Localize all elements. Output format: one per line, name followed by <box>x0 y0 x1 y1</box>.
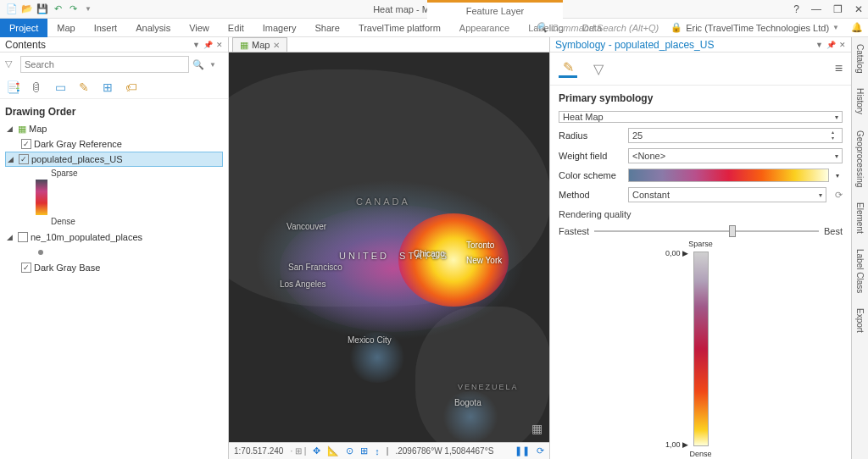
redo-icon[interactable]: ↷ <box>66 3 80 16</box>
refresh-icon[interactable]: ⟳ <box>537 445 544 456</box>
layer-dark-gray-ref[interactable]: ✓ Dark Gray Reference <box>5 136 223 152</box>
caret-icon[interactable]: ◢ <box>7 124 15 133</box>
tool-explore-icon[interactable]: ✥ <box>313 445 320 456</box>
pin-icon[interactable]: 📌 <box>826 41 836 49</box>
command-search[interactable]: 🔍 Command Search (Alt+Q) <box>536 22 659 33</box>
tab-view[interactable]: View <box>180 19 219 37</box>
label-venezuela: VENEZUELA <box>458 383 519 391</box>
close-pane-icon[interactable]: ✕ <box>216 41 223 49</box>
contents-search-input[interactable] <box>20 56 189 73</box>
dropdown-icon[interactable]: ▼ <box>192 41 200 49</box>
list-by-labeling-icon[interactable]: 🏷 <box>124 80 139 95</box>
label-chicago: Chicago <box>414 249 445 258</box>
new-project-icon[interactable]: 📄 <box>5 3 19 16</box>
save-icon[interactable]: 💾 <box>36 3 49 16</box>
side-tab-geoprocessing[interactable]: Geoprocessing <box>855 127 865 191</box>
label-vancouver: Vancouver <box>287 222 326 231</box>
tool-measure-icon[interactable]: 📐 <box>327 445 339 456</box>
user-account[interactable]: 🔒 Eric (TravelTime Technologies Ltd) ▼ <box>670 22 839 33</box>
color-ramp-bar[interactable] <box>693 252 709 446</box>
map-root-node[interactable]: ◢ ▦ Map <box>5 121 223 136</box>
view-tabs: ▦ Map ✕ <box>229 37 549 53</box>
dropdown-icon[interactable]: ▼ <box>815 41 823 49</box>
map-canvas[interactable]: CANADA UNITED STATES Vancouver San Franc… <box>229 53 549 442</box>
side-tab-element[interactable]: Element <box>855 199 865 237</box>
color-scheme-select[interactable] <box>628 169 829 182</box>
tab-appearance[interactable]: Appearance <box>450 19 519 37</box>
weight-field-select[interactable]: <None>▾ <box>628 148 843 163</box>
label-sf: San Francisco <box>288 263 342 272</box>
tab-map[interactable]: Map <box>47 19 84 37</box>
heatmap-legend-gradient <box>36 180 47 215</box>
list-by-drawing-order-icon[interactable]: 📑 <box>5 80 20 95</box>
tool-grid-icon[interactable]: ⊞ <box>360 445 368 456</box>
tool-dynamic-icon[interactable]: ↕ <box>375 446 380 456</box>
minimize-button[interactable]: — <box>811 3 821 15</box>
radius-input[interactable]: 25 ▴▾ <box>628 128 843 143</box>
map-tab[interactable]: ▦ Map ✕ <box>232 37 287 52</box>
tab-analysis[interactable]: Analysis <box>126 19 180 37</box>
list-by-editing-icon[interactable]: ✎ <box>76 80 92 95</box>
side-tab-export[interactable]: Export <box>855 305 865 336</box>
rendering-quality-slider[interactable] <box>594 230 819 232</box>
map-icon: ▦ <box>18 124 26 135</box>
layer-symbol-dot <box>5 245 223 260</box>
tab-traveltime[interactable]: TravelTime platform <box>349 19 450 37</box>
color-scheme-label: Color scheme <box>559 170 625 180</box>
color-ramp-preview: Sparse 0,00▶ 1,00▶ Dense <box>559 252 843 446</box>
filter-icon[interactable]: ▽ <box>5 58 17 70</box>
basemap-icon[interactable]: ▦ <box>531 422 542 435</box>
tick-bottom: 1,00▶ <box>665 440 688 449</box>
checkbox-icon[interactable]: ✓ <box>19 154 29 164</box>
symbology-menu-icon[interactable]: ≡ <box>835 61 843 76</box>
open-icon[interactable]: 📂 <box>20 3 34 16</box>
symbology-primary-tab-icon[interactable]: ✎ <box>559 59 577 78</box>
checkbox-icon[interactable]: ✓ <box>21 263 31 273</box>
drawing-order-title: Drawing Order <box>0 99 228 121</box>
side-tab-history[interactable]: History <box>855 85 865 118</box>
list-by-snapping-icon[interactable]: ⊞ <box>100 80 115 95</box>
caret-icon[interactable]: ◢ <box>8 155 16 163</box>
close-button[interactable]: ✕ <box>854 3 863 15</box>
undo-icon[interactable]: ↶ <box>51 3 64 16</box>
layer-dark-gray-base[interactable]: ✓ Dark Gray Base <box>5 260 223 275</box>
method-select[interactable]: Constant▾ <box>628 187 826 202</box>
qat-dropdown-icon[interactable]: ▼ <box>81 3 95 16</box>
tab-edit[interactable]: Edit <box>219 19 253 37</box>
symbology-vary-tab-icon[interactable]: ▽ <box>589 59 608 78</box>
list-by-selection-icon[interactable]: ▭ <box>53 80 68 95</box>
map-status-bar: 1:70.517.240 · ⊞ | ✥ 📐 ⊙ ⊞ ↕ | .2096786°… <box>229 442 549 459</box>
tool-snap-icon[interactable]: ⊙ <box>346 445 353 456</box>
spinner-icon[interactable]: ▴▾ <box>826 130 838 141</box>
caret-icon[interactable]: ◢ <box>7 233 15 241</box>
side-tab-label-class[interactable]: Label Class <box>855 246 865 296</box>
primary-symbology-title: Primary symbology <box>559 92 843 104</box>
pause-icon[interactable]: ❚❚ <box>515 445 530 456</box>
heatmap-dense-label: Dense <box>51 217 223 226</box>
pin-icon[interactable]: 📌 <box>203 41 213 49</box>
fastest-label: Fastest <box>559 226 589 236</box>
tab-imagery[interactable]: Imagery <box>253 19 306 37</box>
side-tab-catalog[interactable]: Catalog <box>855 41 865 76</box>
close-tab-icon[interactable]: ✕ <box>273 41 280 50</box>
notifications-icon[interactable]: 🔔 <box>851 22 863 33</box>
list-by-source-icon[interactable]: 🛢 <box>29 80 44 95</box>
refresh-icon[interactable]: ⟳ <box>830 190 843 201</box>
checkbox-icon[interactable]: ✓ <box>21 139 31 149</box>
sparse-label: Sparse <box>688 240 713 248</box>
tab-share[interactable]: Share <box>306 19 349 37</box>
close-pane-icon[interactable]: ✕ <box>839 41 846 49</box>
layer-ne-populated-places[interactable]: ◢ ne_10m_populated_places <box>5 230 223 245</box>
symbology-type-select[interactable]: Heat Map▾ <box>559 111 843 123</box>
maximize-button[interactable]: ❐ <box>833 3 843 15</box>
tab-project[interactable]: Project <box>0 19 47 37</box>
help-button[interactable]: ? <box>793 3 799 15</box>
layer-populated-places-us[interactable]: ◢ ✓ populated_places_US <box>5 152 223 167</box>
search-dropdown-icon[interactable]: ▼ <box>209 61 223 69</box>
heatmap-sparse-label: Sparse <box>51 169 223 178</box>
checkbox-icon[interactable] <box>18 232 28 242</box>
radius-label: Radius <box>559 130 625 141</box>
scale-value[interactable]: 1:70.517.240 <box>234 446 283 456</box>
tab-insert[interactable]: Insert <box>85 19 127 37</box>
search-go-icon[interactable]: 🔍 <box>192 59 206 70</box>
